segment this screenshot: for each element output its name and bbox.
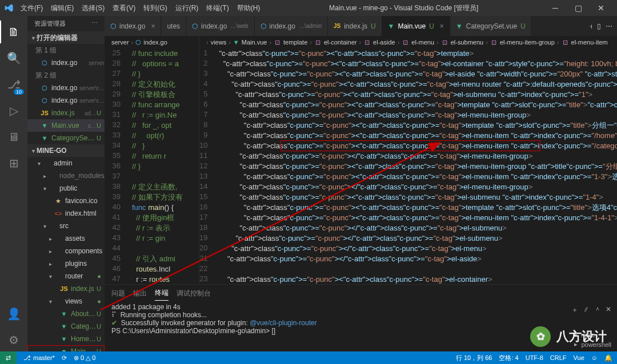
sync-icon[interactable]: ⟳	[62, 354, 67, 362]
menu-bar[interactable]: 文件(F)编辑(E)选择(S)查看(V)转到(G)运行(R)终端(T)帮助(H)	[17, 1, 263, 15]
breadcrumb-segment[interactable]: el-menu	[411, 39, 434, 46]
tree-item[interactable]: ▸components	[27, 245, 105, 257]
tab-close-icon[interactable]: ×	[151, 22, 155, 30]
toggle-layout-icon[interactable]: ▯	[597, 22, 601, 30]
terminal-split-icon[interactable]: ⫽	[583, 305, 590, 315]
breadcrumb-segment[interactable]: el-aside	[373, 39, 395, 46]
menu-item[interactable]: 选择(S)	[78, 1, 108, 15]
tree-item[interactable]: <>index.html	[27, 207, 105, 220]
notifications-icon[interactable]: 🔔	[604, 354, 612, 362]
editor-tab[interactable]: ▼CategorySet.vueU	[450, 16, 532, 36]
source-control-icon[interactable]: ⎇10	[0, 73, 27, 96]
remote-explorer-icon[interactable]: 🖥	[0, 126, 27, 148]
tree-item[interactable]: ▾▸public	[27, 182, 105, 195]
vue-icon: ▼	[388, 22, 395, 30]
indentation-status[interactable]: 空格: 4	[499, 354, 518, 362]
open-editor-item[interactable]: ⬡index.go server\r…	[27, 82, 105, 94]
breadcrumb-segment[interactable]: el-menu-item-group	[500, 39, 555, 46]
tree-item[interactable]: JSindex.jsU	[27, 282, 105, 295]
breadcrumb-left[interactable]: server›⬡index.go	[105, 36, 199, 48]
go-icon: ⬡	[40, 97, 49, 104]
menu-item[interactable]: 文件(F)	[17, 1, 46, 15]
breadcrumb-segment[interactable]: template	[283, 39, 307, 46]
git-branch[interactable]: ⎇ master*	[23, 354, 55, 362]
more-icon[interactable]: ⋯	[606, 22, 612, 30]
breadcrumb-segment[interactable]: el-submenu	[451, 39, 483, 46]
tree-item[interactable]: ▼Home.vueU	[27, 333, 105, 345]
breadcrumb-segment[interactable]: server	[111, 39, 129, 46]
open-editors-section[interactable]: ▾打开的编辑器	[27, 31, 105, 44]
open-editor-item[interactable]: JSindex.js ad…U	[27, 107, 105, 119]
terminal-line: ✔ Successfully invoked generator for plu…	[111, 319, 610, 327]
tab-close-icon[interactable]: ×	[440, 22, 444, 30]
breadcrumb-segment[interactable]: views	[211, 39, 227, 46]
menu-item[interactable]: 查看(V)	[109, 1, 139, 15]
open-editor-item[interactable]: ▼Main.vue a…U	[27, 119, 105, 132]
panel-tab[interactable]: 问题	[111, 286, 125, 301]
menu-item[interactable]: 运行(R)	[172, 1, 202, 15]
panel-tab[interactable]: 输出	[133, 286, 147, 301]
tree-item[interactable]: ▸assets	[27, 232, 105, 245]
tree-item[interactable]: ▾▸admin	[27, 157, 105, 169]
menu-item[interactable]: 帮助(H)	[234, 1, 264, 15]
editor-tab[interactable]: JSindex.jsU	[328, 16, 382, 36]
tree-item[interactable]: ▾▸src	[27, 220, 105, 232]
editor-tab[interactable]: ⬡index.go…\web	[186, 16, 255, 36]
account-icon[interactable]: 👤	[0, 302, 27, 325]
go-icon: ⬡	[135, 39, 141, 46]
tree-item[interactable]: ★favicon.ico	[27, 195, 105, 207]
editor-tab[interactable]: ⬡index.go×	[105, 16, 161, 36]
open-editor-item[interactable]: ⬡index.go server	[27, 56, 105, 69]
close-icon[interactable]: ✕	[590, 0, 612, 16]
settings-gear-icon[interactable]: ⚙	[0, 329, 27, 351]
vue-icon: ▼	[456, 22, 463, 30]
open-editor-item[interactable]: ⬡index.go server\r…	[27, 94, 105, 107]
tree-item[interactable]: ▼About.vueU	[27, 308, 105, 320]
breadcrumb-segment[interactable]: Main.vue	[242, 39, 267, 46]
encoding-status[interactable]: UTF-8	[526, 354, 543, 362]
tree-item[interactable]: ▾▸views●	[27, 295, 105, 308]
tree-item[interactable]: ▼Main.vueU	[27, 345, 105, 351]
vue-icon: ▼	[40, 135, 49, 141]
terminal-close-icon[interactable]: ✕	[606, 305, 611, 315]
sidebar-more-icon[interactable]: ⋯	[91, 19, 98, 28]
workspace-section[interactable]: ▾MINE-GO	[27, 144, 105, 157]
search-icon[interactable]: 🔍	[0, 47, 27, 70]
eol-status[interactable]: CRLF	[550, 354, 567, 362]
explorer-icon[interactable]: 🗎	[0, 21, 27, 43]
maximize-icon[interactable]: ▢	[567, 0, 590, 16]
star-icon: ★	[54, 197, 63, 205]
menu-item[interactable]: 终端(T)	[203, 1, 232, 15]
menu-item[interactable]: 转到(G)	[140, 1, 170, 15]
menu-item[interactable]: 编辑(E)	[47, 1, 77, 15]
problems-status[interactable]: ⊗ 0 △ 0	[74, 354, 95, 362]
feedback-icon[interactable]: ☺	[591, 354, 598, 362]
run-debug-icon[interactable]: ▷	[0, 99, 27, 122]
tree-item[interactable]: ▼CategorySet…U	[27, 320, 105, 333]
editor-tab-row: ⬡index.go×utes⬡index.go…\web⬡index.go…\a…	[105, 16, 617, 36]
editor-tab[interactable]: utes	[161, 16, 186, 36]
cursor-position[interactable]: 行 10，列 66	[456, 354, 492, 362]
editor-tab[interactable]: ▼Main.vueU×	[382, 16, 450, 36]
panel-tab[interactable]: 调试控制台	[177, 286, 211, 301]
terminal-maximize-icon[interactable]: ＾	[594, 305, 601, 315]
breadcrumb-segment[interactable]: el-menu-item	[571, 39, 608, 46]
breadcrumb-segment[interactable]: el-container	[324, 39, 356, 46]
minimize-icon[interactable]: ─	[544, 0, 567, 16]
tree-item[interactable]: ▾▸router●	[27, 270, 105, 282]
terminal-new-icon[interactable]: ＋	[571, 305, 578, 315]
status-bar: ⇄ ⎇ master* ⟳ ⊗ 0 △ 0 行 10，列 66 空格: 4 UT…	[0, 351, 617, 364]
terminal-line: ⠏ Running completion hooks...	[111, 311, 610, 319]
language-mode[interactable]: Vue	[574, 354, 584, 362]
panel-tab[interactable]: 终端	[155, 286, 169, 301]
extensions-icon[interactable]: ⊞	[0, 152, 27, 175]
editor-tab[interactable]: ⬡index.go…\admin	[255, 16, 328, 36]
tree-item[interactable]: ▸node_modules	[27, 169, 105, 182]
split-editor-icon[interactable]: ⫞	[589, 22, 592, 30]
remote-indicator[interactable]: ⇄	[0, 351, 17, 364]
tree-item[interactable]: ▸plugins	[27, 257, 105, 270]
open-editor-item[interactable]: ▼CategorySe…U	[27, 132, 105, 144]
editor-pane-left: server›⬡index.go 25262728293031323334353…	[105, 36, 199, 284]
breadcrumb-segment[interactable]: index.go	[143, 39, 167, 46]
breadcrumb-right[interactable]: ›views›▼Main.vue›⊡template›⊡el-container…	[199, 36, 617, 48]
